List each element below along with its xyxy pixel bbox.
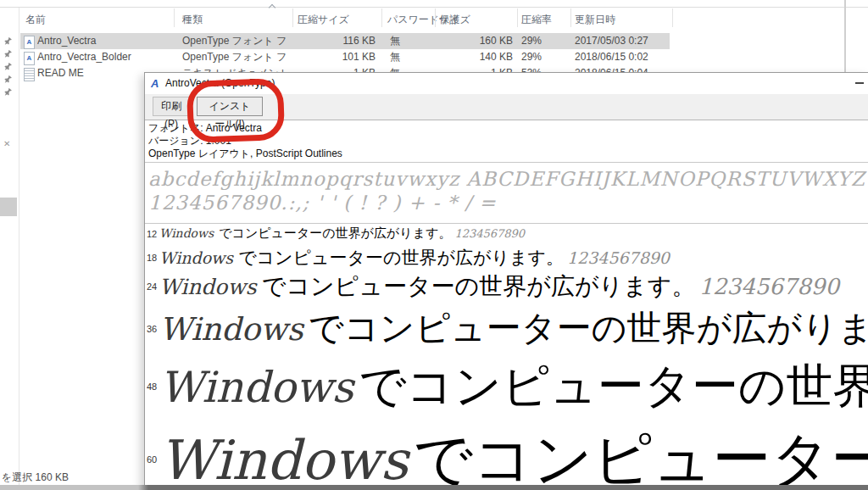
file-row-antro-vectra[interactable]: A Antro_Vectra OpenType フォント ファイル 116 KB… (20, 33, 670, 49)
preview-size-label: 60 (147, 454, 159, 465)
file-name: Antro_Vectra_Bolder (37, 49, 173, 65)
preview-size-label: 18 (147, 253, 159, 263)
alphabet-sample-line: abcdefghijklmnopqrstuvwxyz ABCDEFGHIJKLM… (148, 168, 865, 190)
preview-row-36: 36 Windowsでコンピューターの世界が広がります。1234567890 (147, 305, 868, 352)
pin-icon[interactable] (3, 62, 13, 72)
preview-japanese-text: でコンピューターの世界が広がります。 (219, 226, 451, 240)
preview-latin-text: Windows (159, 248, 233, 267)
window-bottom-edge (0, 485, 868, 490)
preview-digits-text: 1234567890 (454, 227, 525, 240)
navigation-pane-divider (19, 8, 19, 490)
column-header-ratio[interactable]: 圧縮率 (521, 11, 552, 28)
file-modified: 2017/05/03 0:27 (575, 33, 668, 49)
preview-digits-text: 1234567890 (699, 274, 839, 299)
preview-japanese-text: でコンピューターの世界が広がります。 (309, 309, 868, 348)
minimize-icon[interactable] (855, 82, 864, 84)
preview-row-60: 60 Windowsでコンピューターの世界が広がります。1234567890 (147, 420, 868, 490)
file-password: 無 (390, 33, 432, 49)
column-separator[interactable] (381, 8, 382, 27)
file-ratio: 29% (521, 33, 564, 49)
column-separator[interactable] (174, 8, 175, 27)
font-layout-line: OpenType レイアウト, PostScript Outlines (148, 147, 342, 161)
pin-icon[interactable] (3, 36, 13, 47)
preview-row-18: 18 Windowsでコンピューターの世界が広がります。1234567890 (147, 246, 868, 270)
pin-icon[interactable] (3, 49, 13, 59)
preview-row-24: 24 Windowsでコンピューターの世界が広がります。1234567890 (147, 270, 868, 303)
file-type: OpenType フォント ファイル (182, 49, 288, 65)
pin-icon[interactable] (3, 87, 13, 97)
preview-digits-text: 1234567890 (567, 248, 670, 267)
sort-ascending-icon (270, 5, 275, 11)
file-name: Antro_Vectra (37, 33, 173, 49)
file-type: OpenType フォント ファイル (182, 33, 288, 49)
column-separator[interactable] (672, 8, 673, 27)
screenshot-root: ✕ 名前 種類 圧縮サイズ パスワード保護 サイズ 圧縮率 更新日時 A Ant… (0, 0, 868, 490)
preview-row-12: 12 Windowsでコンピューターの世界が広がります。1234567890 (147, 226, 868, 242)
column-header-name[interactable]: 名前 (25, 11, 46, 28)
preview-size-label: 24 (147, 281, 159, 292)
nav-item-glyph[interactable]: ✕ (3, 139, 10, 148)
font-viewer-app-icon: A (151, 77, 159, 90)
column-header-modified[interactable]: 更新日時 (575, 11, 615, 28)
column-header-type[interactable]: 種類 (182, 11, 203, 28)
preview-japanese-text: でコンピューターの世界が広がります。 (262, 273, 696, 299)
file-size: 140 KB (458, 49, 513, 65)
preview-japanese-text: でコンピューターの世界が広がります。 (413, 426, 868, 490)
explorer-right-border (844, 0, 846, 72)
column-header-compressed-size[interactable]: 圧縮サイズ (298, 11, 349, 28)
preview-latin-text: Windows (159, 226, 214, 240)
file-password: 無 (390, 49, 432, 65)
preview-latin-text: Windows (159, 311, 303, 348)
column-separator[interactable] (517, 8, 518, 27)
preview-latin-text: Windows (159, 275, 257, 299)
column-header-size[interactable]: サイズ (439, 11, 470, 28)
status-bar-selection-text: を選択 160 KB (2, 471, 69, 485)
file-compressed-size: 116 KB (322, 33, 376, 49)
preview-size-label: 48 (147, 381, 159, 392)
file-size: 160 KB (458, 33, 513, 49)
nav-scrollbar-thumb[interactable] (0, 198, 17, 216)
annotation-circle-install (186, 78, 285, 143)
font-file-icon: A (24, 36, 35, 49)
toolbar-divider (0, 7, 868, 8)
print-button[interactable]: 印刷(P) (153, 97, 190, 116)
preview-row-48: 48 Windowsでコンピューターの世界が広がります。1234567890 (147, 355, 868, 418)
preview-latin-text: Windows (159, 429, 408, 490)
column-separator[interactable] (570, 8, 571, 27)
pin-icon[interactable] (3, 75, 13, 85)
file-row-antro-vectra-bolder[interactable]: A Antro_Vectra_Bolder OpenType フォント ファイル… (20, 49, 670, 65)
section-separator (145, 162, 868, 163)
preview-japanese-text: でコンピューターの世界が広がります。 (238, 248, 564, 267)
file-compressed-size: 101 KB (322, 49, 376, 65)
column-separator[interactable] (435, 8, 436, 27)
numerals-sample-line: 1234567890.:,; ' ' ( ! ? ) + - * / = (148, 192, 497, 214)
preview-latin-text: Windows (159, 363, 353, 412)
text-file-icon (24, 68, 35, 81)
file-modified: 2018/06/15 0:02 (575, 49, 668, 65)
preview-size-label: 12 (147, 229, 159, 239)
column-separator[interactable] (292, 8, 293, 27)
file-ratio: 29% (521, 49, 564, 65)
preview-size-label: 36 (147, 324, 159, 334)
font-file-icon: A (24, 52, 35, 65)
preview-japanese-text: でコンピューターの世界が広がります。 (359, 359, 868, 412)
section-separator (145, 223, 868, 224)
